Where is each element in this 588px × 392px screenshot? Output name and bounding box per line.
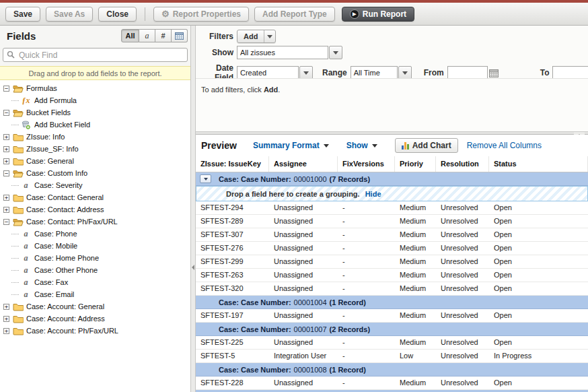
tree-toggle-minus-icon[interactable]: − (3, 170, 9, 176)
tree-toggle-plus-icon[interactable]: + (3, 328, 9, 334)
formula-icon: ƒx (20, 96, 32, 106)
tree-item-case-severity[interactable]: aCase: Severity (0, 179, 190, 191)
tree-item-case-phone[interactable]: aCase: Phone (0, 228, 190, 240)
tree-item-label: Case: Account: Address (26, 315, 105, 323)
tree-toggle-plus-icon[interactable]: + (3, 158, 9, 164)
panel-splitter[interactable] (190, 26, 196, 392)
tree-item-case-contact-address[interactable]: +Case: Contact: Address (0, 203, 190, 216)
group-row[interactable]: Case: Case Number:00001008(1 Record) (196, 363, 588, 377)
fields-tree: −FormulasƒxAdd Formula−Bucket FieldsAdd … (0, 80, 190, 337)
tree-item-case-general[interactable]: +Case: General (0, 155, 190, 167)
column-header-zissue-issuekey[interactable]: ZIssue: IssueKey (196, 156, 269, 172)
from-date-input[interactable] (447, 66, 488, 79)
tree-toggle-minus-icon[interactable]: − (3, 110, 9, 116)
preview-title: Preview (201, 140, 237, 151)
remove-all-columns-link[interactable]: Remove All Columns (467, 141, 542, 150)
run-report-button[interactable]: ▶ Run Report (342, 7, 414, 22)
tree-item-formulas[interactable]: −Formulas (0, 82, 190, 94)
column-header-prioriy[interactable]: Prioriy (395, 156, 436, 172)
tree-toggle-minus-icon[interactable]: − (3, 219, 9, 225)
column-header-status[interactable]: Status (489, 156, 588, 172)
chevron-down-icon (402, 71, 408, 75)
save-button[interactable]: Save (5, 7, 40, 22)
tree-item-case-custom-info[interactable]: −Case: Custom Info (0, 167, 190, 179)
hide-link[interactable]: Hide (365, 190, 381, 198)
group-row[interactable]: Case: Case Number:00001000(7 Records) (196, 172, 588, 186)
tree-item-zissue-info[interactable]: +ZIssue: Info (0, 131, 190, 143)
folder-open-icon (12, 169, 24, 178)
table-cell: SFTEST-299 (196, 255, 269, 268)
tree-toggle-minus-icon[interactable]: − (3, 86, 9, 92)
show-menu[interactable]: Show (346, 141, 377, 150)
add-report-type-button[interactable]: Add Report Type (254, 7, 335, 22)
tree-item-case-mobile[interactable]: aCase: Mobile (0, 240, 190, 252)
table-cell: Medium (395, 336, 436, 349)
group-row[interactable]: Case: Case Number:00001007(2 Records) (196, 323, 588, 336)
tree-toggle-plus-icon[interactable]: + (3, 207, 9, 213)
from-calendar-button[interactable] (489, 69, 499, 77)
report-properties-button[interactable]: ⚙ Report Properties (153, 7, 249, 22)
filter-number-button[interactable]: # (155, 29, 172, 42)
fields-panel-title: Fields (7, 30, 121, 42)
column-header-assignee[interactable]: Assignee (269, 156, 338, 172)
table-cell: Medium (395, 377, 436, 389)
table-cell: Medium (395, 228, 436, 241)
grouping-dropzone[interactable]: Drop a field here to create a grouping.H… (196, 186, 588, 201)
chevron-down-icon (267, 35, 272, 38)
range-select-button[interactable] (398, 66, 412, 79)
text-field-icon: a (20, 290, 32, 300)
tree-item-case-other-phone[interactable]: aCase: Other Phone (0, 264, 190, 276)
table-cell: Medium (395, 309, 436, 322)
date-field-select[interactable]: Created (237, 66, 313, 79)
filter-text-button[interactable]: a (139, 29, 155, 42)
table-cell: Unresolved (436, 255, 489, 268)
table-cell: Unresolved (436, 215, 489, 228)
filter-all-button[interactable]: All (121, 29, 139, 42)
date-field-select-button[interactable] (299, 66, 313, 79)
tree-toggle-plus-icon[interactable]: + (3, 304, 9, 310)
table-row: SFTEST-294Unassigned-MediumUnresolvedOpe… (196, 201, 588, 215)
tree-item-case-contact-general[interactable]: +Case: Contact: General (0, 191, 190, 203)
collapse-panel-icon[interactable] (192, 265, 194, 270)
tree-item-case-account-ph-fax-url[interactable]: +Case: Account: Ph/Fax/URL (0, 325, 190, 337)
tree-toggle-plus-icon[interactable]: + (3, 195, 9, 201)
tree-item-case-home-phone[interactable]: aCase: Home Phone (0, 252, 190, 264)
text-field-icon: a (20, 241, 32, 251)
show-select-button[interactable] (329, 46, 342, 59)
folder-closed-icon (12, 133, 24, 141)
filter-date-button[interactable] (172, 29, 188, 42)
tree-item-add-formula[interactable]: ƒxAdd Formula (0, 94, 190, 106)
save-as-button[interactable]: Save As (46, 7, 93, 22)
text-field-icon: a (20, 229, 32, 239)
tree-item-case-account-address[interactable]: +Case: Account: Address (0, 313, 190, 325)
table-cell: In Progress (489, 350, 588, 362)
tree-toggle-plus-icon[interactable]: + (3, 146, 9, 152)
table-cell: Unassigned (269, 309, 338, 322)
column-header-fixversions[interactable]: FixVersions (338, 156, 395, 172)
table-cell: SFTEST-228 (196, 377, 269, 389)
close-button[interactable]: Close (98, 7, 137, 22)
table-cell: Unassigned (269, 228, 338, 241)
gear-icon: ⚙ (161, 9, 170, 18)
show-select[interactable]: All zissues (237, 46, 342, 59)
group-row[interactable]: Case: Case Number:00001004(1 Record) (196, 296, 588, 309)
tree-item-zissue-sf-info[interactable]: +ZIssue_SF: Info (0, 143, 190, 155)
tree-toggle-plus-icon[interactable]: + (3, 316, 9, 322)
quick-find-input[interactable] (3, 48, 188, 62)
column-header-resolution[interactable]: Resolution (436, 156, 489, 172)
tree-item-case-contact-ph-fax-url[interactable]: −Case: Contact: Ph/Fax/URL (0, 216, 190, 228)
range-select[interactable]: All Time (351, 66, 412, 79)
preview-table-header: ZIssue: IssueKeyAssigneeFixVersionsPrior… (196, 156, 588, 172)
tree-toggle-plus-icon[interactable]: + (3, 134, 9, 140)
add-chart-button[interactable]: Add Chart (395, 138, 458, 153)
tree-item-case-fax[interactable]: aCase: Fax (0, 276, 190, 288)
add-filter-button[interactable]: Add (237, 30, 276, 43)
summary-format-menu[interactable]: Summary Format (253, 141, 329, 150)
tree-item-case-email[interactable]: aCase: Email (0, 288, 190, 300)
tree-item-add-bucket-field[interactable]: Add Bucket Field (0, 119, 190, 131)
tree-item-bucket-fields[interactable]: −Bucket Fields (0, 106, 190, 119)
calendar-icon (489, 69, 499, 77)
to-date-input[interactable] (552, 66, 588, 79)
group-menu-button[interactable] (200, 174, 211, 183)
tree-item-case-account-general[interactable]: +Case: Account: General (0, 300, 190, 313)
